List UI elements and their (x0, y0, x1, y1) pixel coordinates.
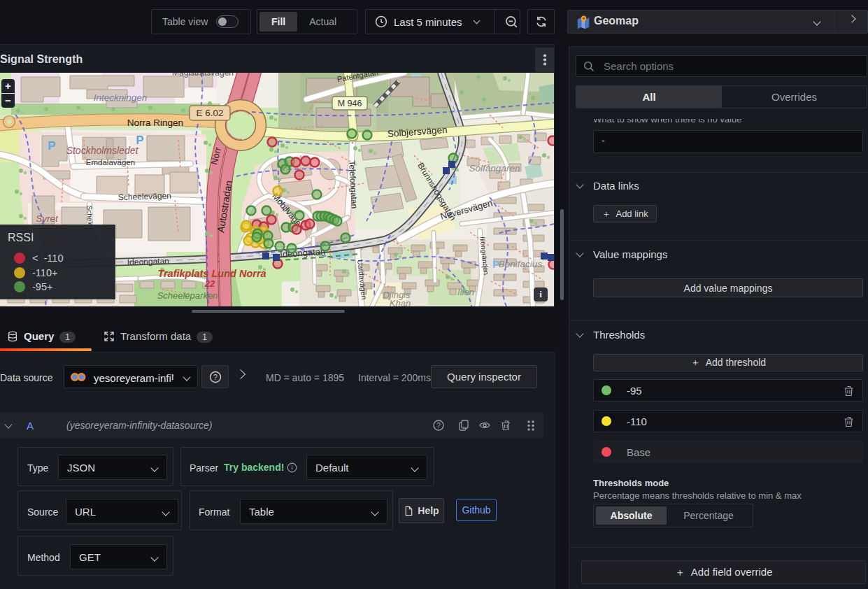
svg-text:Scheeleparken: Scheeleparken (157, 290, 218, 301)
svg-text:?: ? (436, 422, 441, 430)
svg-text:P: P (48, 139, 55, 152)
svg-text:P: P (136, 134, 143, 147)
svg-text:Inteckningen: Inteckningen (94, 92, 148, 103)
svg-text:Syret: Syret (36, 213, 59, 224)
svg-text:Ideongatan: Ideongatan (127, 256, 170, 267)
svg-text:?: ? (213, 372, 218, 381)
svg-text:Norra Ringen: Norra Ringen (127, 118, 183, 128)
svg-text:22: 22 (204, 278, 215, 289)
svg-text:Scheelevägen: Scheelevägen (118, 191, 172, 203)
svg-text:Magistratsvägen: Magistratsvägen (172, 73, 234, 78)
svg-text:E 6.02: E 6.02 (196, 108, 223, 118)
svg-text:Trafikplats Lund Norra: Trafikplats Lund Norra (157, 268, 266, 279)
svg-text:Stockholmsledet: Stockholmsledet (66, 145, 139, 156)
svg-text:M 946: M 946 (338, 99, 362, 108)
svg-text:Bonifacius: Bonifacius (499, 259, 543, 269)
svg-text:Solfångaren: Solfångaren (469, 163, 520, 173)
svg-text:Emdalavägen: Emdalavägen (86, 158, 135, 166)
svg-text:Ilion: Ilion (457, 287, 474, 297)
svg-text:P: P (492, 258, 499, 270)
svg-text:Khan: Khan (390, 298, 411, 306)
